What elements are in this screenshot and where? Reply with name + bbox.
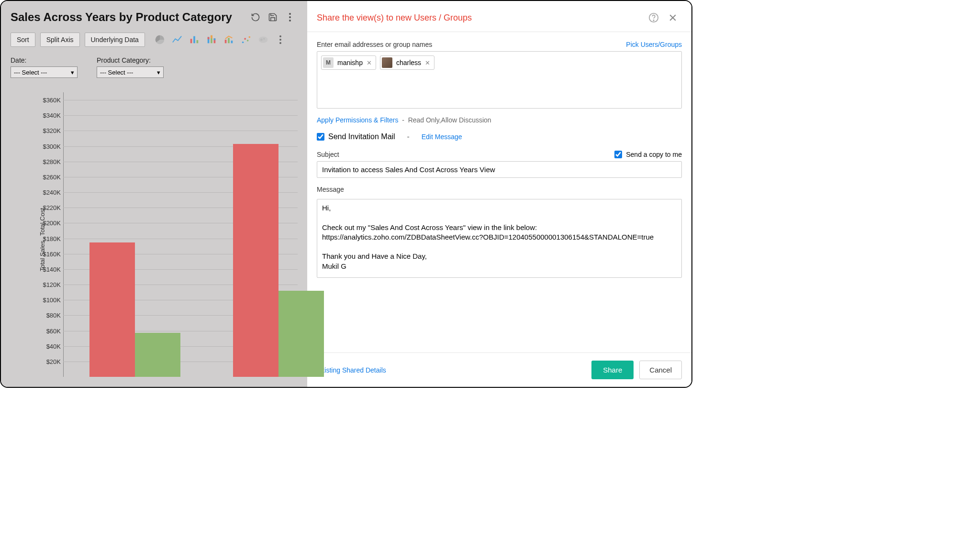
chip-name: manishp <box>337 59 363 66</box>
y-tick-label: $140K <box>37 265 61 273</box>
y-tick-label: $180K <box>37 235 61 242</box>
chevron-down-icon: ▾ <box>157 69 160 76</box>
chart-bar[interactable] <box>233 144 278 377</box>
y-tick-label: $360K <box>37 97 61 104</box>
recipients-input[interactable]: Mmanishp✕charless✕ <box>317 51 682 109</box>
chart-bar[interactable] <box>89 242 135 377</box>
message-textarea[interactable] <box>317 199 682 278</box>
date-filter-select[interactable]: --- Select --- ▾ <box>11 66 78 78</box>
category-filter-value: --- Select --- <box>100 69 133 76</box>
svg-rect-9 <box>211 35 212 38</box>
recipients-label: Enter email addresses or group names <box>317 41 432 48</box>
svg-point-2 <box>289 20 291 22</box>
copy-me-checkbox[interactable] <box>614 151 622 158</box>
svg-point-1 <box>289 16 291 18</box>
send-mail-checkbox[interactable] <box>317 133 324 141</box>
chip-remove-icon[interactable]: ✕ <box>425 59 430 66</box>
svg-point-0 <box>289 13 291 15</box>
y-tick-label: $300K <box>37 143 61 150</box>
svg-point-16 <box>244 38 246 40</box>
y-tick-label: $340K <box>37 112 61 119</box>
pie-chart-icon[interactable] <box>155 34 165 45</box>
stacked-bar-chart-icon[interactable] <box>206 34 217 45</box>
recipient-chip: Mmanishp✕ <box>321 55 376 70</box>
scatter-chart-icon[interactable] <box>241 34 251 45</box>
existing-shared-link[interactable]: Existing Shared Details <box>317 366 386 374</box>
svg-rect-11 <box>213 38 215 40</box>
share-dialog-title: Share the view(s) to new Users / Groups <box>317 13 472 23</box>
svg-rect-7 <box>208 37 210 40</box>
y-tick-label: $260K <box>37 173 61 180</box>
edit-message-link[interactable]: Edit Message <box>422 133 462 141</box>
y-tick-label: $40K <box>37 342 61 350</box>
chart-title: Sales Across Years by Product Category <box>11 11 232 24</box>
line-chart-icon[interactable] <box>172 34 182 45</box>
apply-permissions-link[interactable]: Apply Permissions & Filters <box>317 116 398 124</box>
chart-more-icon[interactable] <box>275 34 286 45</box>
svg-point-17 <box>247 40 249 42</box>
subject-input[interactable] <box>317 161 682 178</box>
y-tick-label: $240K <box>37 189 61 196</box>
sort-button[interactable]: Sort <box>11 33 35 47</box>
close-icon[interactable] <box>668 12 678 23</box>
refresh-icon[interactable] <box>250 12 261 22</box>
chart-bar[interactable] <box>135 333 180 377</box>
svg-rect-12 <box>225 40 227 43</box>
chip-remove-icon[interactable]: ✕ <box>367 59 372 66</box>
svg-point-21 <box>279 42 281 44</box>
recipient-chip: charless✕ <box>380 55 434 70</box>
split-axis-button[interactable]: Split Axis <box>40 33 80 47</box>
svg-point-23 <box>653 20 654 21</box>
date-filter-label: Date: <box>11 56 78 64</box>
copy-me-label: Send a copy to me <box>626 151 682 158</box>
category-filter-label: Product Category: <box>97 56 164 64</box>
bar-chart-icon[interactable] <box>189 34 200 45</box>
underlying-data-button[interactable]: Underlying Data <box>85 33 145 47</box>
help-icon[interactable] <box>648 12 659 23</box>
chart-pane: Sales Across Years by Product Category S… <box>1 1 307 387</box>
svg-rect-3 <box>190 39 192 43</box>
chip-name: charless <box>396 59 421 66</box>
more-icon[interactable] <box>285 12 295 22</box>
date-filter-value: --- Select --- <box>14 69 47 76</box>
permissions-description: Read Only,Allow Discussion <box>408 116 491 124</box>
svg-rect-13 <box>228 38 230 43</box>
separator: - <box>402 116 404 124</box>
svg-point-20 <box>279 39 281 41</box>
y-tick-label: $100K <box>37 296 61 304</box>
y-tick-label: $60K <box>37 327 61 334</box>
svg-point-19 <box>279 35 281 37</box>
category-filter-select[interactable]: --- Select --- ▾ <box>97 66 164 78</box>
chart-plot: $20K$40K$60K$80K$100K$120K$140K$160K$180… <box>63 92 298 377</box>
chevron-down-icon: ▾ <box>71 69 74 76</box>
svg-point-15 <box>242 42 244 44</box>
avatar <box>382 57 392 68</box>
chart-bar[interactable] <box>278 291 324 377</box>
svg-point-18 <box>248 36 250 38</box>
cancel-button[interactable]: Cancel <box>639 361 682 379</box>
share-dialog: Share the view(s) to new Users / Groups … <box>307 1 691 387</box>
pick-users-link[interactable]: Pick Users/Groups <box>626 41 682 48</box>
y-tick-label: $280K <box>37 158 61 165</box>
map-chart-icon[interactable] <box>258 34 268 45</box>
y-tick-label: $160K <box>37 250 61 257</box>
subject-label: Subject <box>317 151 339 158</box>
svg-rect-5 <box>196 40 198 43</box>
combo-chart-icon[interactable] <box>223 34 234 45</box>
save-icon[interactable] <box>267 12 278 22</box>
message-label: Message <box>317 186 682 193</box>
svg-rect-14 <box>231 41 233 44</box>
y-tick-label: $80K <box>37 312 61 319</box>
y-tick-label: $220K <box>37 204 61 211</box>
avatar: M <box>323 57 334 68</box>
y-tick-label: $20K <box>37 358 61 365</box>
y-tick-label: $200K <box>37 220 61 227</box>
y-tick-label: $320K <box>37 127 61 134</box>
svg-rect-4 <box>193 36 195 44</box>
y-tick-label: $120K <box>37 281 61 288</box>
share-button[interactable]: Share <box>591 361 634 379</box>
send-mail-label: Send Invitation Mail <box>328 132 395 141</box>
separator: - <box>407 132 410 141</box>
